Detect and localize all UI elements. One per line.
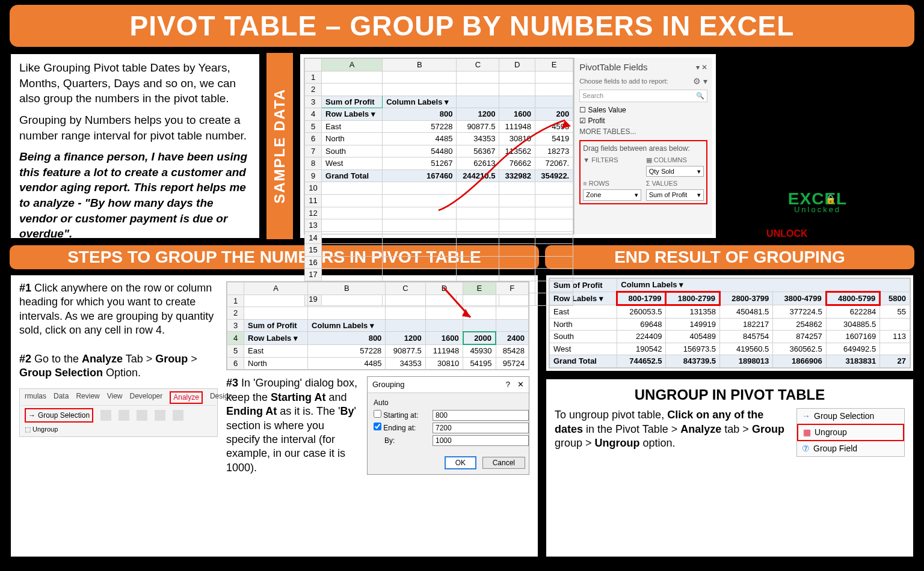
ribbon-icon[interactable] [155, 410, 165, 421]
ribbon-group-selection[interactable]: → Group Selection [25, 408, 93, 423]
brand-block: EXCEL🔒 Unlocked excelunlocked.com Lets U… [721, 189, 914, 239]
pivottable-fields-pane: PivotTable Fields▾ ✕ Choose fields to ad… [574, 58, 712, 234]
fields-areas-highlight: Drag fields between areas below: ▼ FILTE… [579, 140, 707, 205]
rows-dropdown[interactable]: Zone▾ [583, 189, 641, 201]
close-icon[interactable]: ✕ [517, 380, 524, 389]
gear-icon[interactable]: ⚙ ▾ [693, 76, 707, 87]
page-title: PIVOT TABLE – GROUP BY NUMBERS IN EXCEL [130, 10, 795, 41]
ribbon-tab-analyze[interactable]: Analyze [170, 391, 203, 403]
red-arrow-icon [437, 284, 479, 326]
step-2: #2 Go to the Analyze Tab > Group > Group… [19, 352, 218, 380]
ok-button[interactable]: OK [445, 456, 476, 469]
ribbon-icon[interactable] [173, 410, 183, 421]
ungroup-title: UNGROUP IN PIVOT TABLE [555, 385, 905, 405]
group-menu: →Group Selection ▦Ungroup ⑦Group Field [796, 408, 905, 457]
step-1: #1 Click anywhere on the row or column h… [19, 281, 218, 338]
ribbon-icon[interactable] [119, 410, 129, 421]
ribbon-snippet: rmulas Data Review View Developer Analyz… [19, 388, 218, 436]
intro-p3: Being a finance person, I have been usin… [19, 149, 251, 242]
sample-spreadsheet: ABCDE 1 2 3Sum of ProfitColumn Labels ▾ … [304, 58, 574, 234]
ungroup-text: To ungroup pivot table, Click on any of … [555, 408, 788, 457]
field-profit[interactable]: ☑ Profit [579, 115, 707, 126]
result-title: END RESULT OF GROUPING [545, 245, 914, 269]
by-input[interactable] [433, 435, 529, 446]
ribbon-icon[interactable] [137, 410, 147, 421]
intro-p2: Grouping by Numbers helps you to create … [19, 112, 251, 143]
intro-panel: Like Grouping Pivot table Dates by Years… [10, 53, 260, 239]
sample-data-label: SAMPLE DATA [266, 53, 293, 239]
ribbon-icon[interactable] [100, 410, 111, 421]
grouping-dialog: Grouping?✕ Auto Starting at: Ending at: … [367, 376, 529, 475]
columns-dropdown[interactable]: Qty Sold▾ [646, 166, 704, 177]
page-title-bar: PIVOT TABLE – GROUP BY NUMBERS IN EXCEL [10, 5, 914, 47]
intro-p1: Like Grouping Pivot table Dates by Years… [19, 60, 251, 106]
result-panel: Sum of ProfitColumn Labels ▾ Row Labels … [545, 274, 914, 372]
step-3: #3 In 'Grouping' dialog box, keep the St… [226, 376, 360, 475]
fields-title: PivotTable Fields [579, 61, 647, 73]
fields-search[interactable]: Search🔍 [579, 90, 707, 102]
field-sales-value[interactable]: ☐ Sales Value [579, 105, 707, 115]
ungroup-icon: ▦ [803, 427, 811, 438]
more-tables[interactable]: MORE TABLES... [579, 126, 707, 137]
values-dropdown[interactable]: Sum of Profit▾ [646, 189, 704, 201]
menu-group-selection[interactable]: →Group Selection [797, 409, 904, 424]
arrow-right-icon: → [802, 411, 810, 422]
sample-sheet-panel: ABCDE 1 2 3Sum of ProfitColumn Labels ▾ … [299, 53, 717, 239]
help-icon[interactable]: ? [506, 380, 510, 389]
steps-panel: #1 Click anywhere on the row or column h… [10, 274, 539, 558]
step1-spreadsheet: ABCDEF 1 2 3Sum of ProfitColumn Labels ▾… [226, 281, 529, 370]
sample-desc-real: Let us group the Quantity Sold (Column H… [721, 53, 914, 113]
menu-ungroup[interactable]: ▦Ungroup [797, 424, 904, 441]
ending-at-checkbox[interactable] [374, 423, 381, 430]
menu-group-field[interactable]: ⑦Group Field [797, 441, 904, 456]
group-field-icon: ⑦ [802, 443, 810, 454]
starting-at-checkbox[interactable] [374, 410, 381, 418]
cancel-button[interactable]: Cancel [482, 457, 525, 469]
ungroup-panel: UNGROUP IN PIVOT TABLE To ungroup pivot … [545, 378, 914, 558]
starting-at-input[interactable] [433, 410, 529, 421]
ending-at-input[interactable] [433, 423, 529, 433]
